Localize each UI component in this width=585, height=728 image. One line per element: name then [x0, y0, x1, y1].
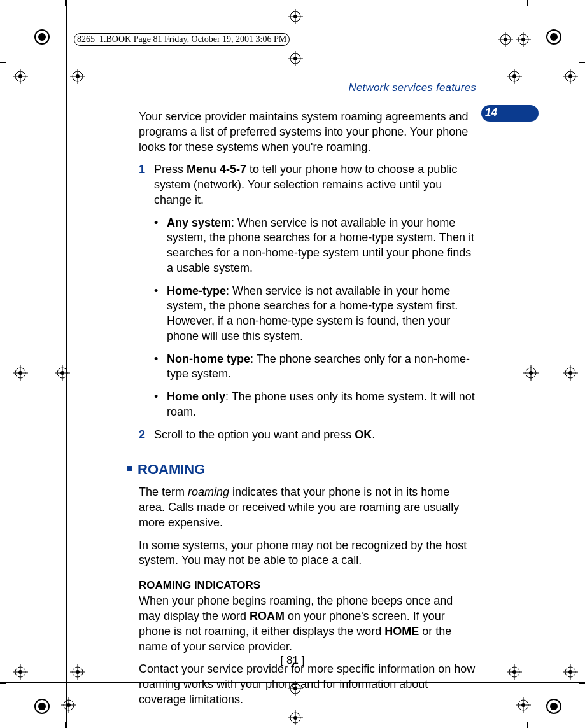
svg-point-5 [512, 74, 516, 78]
crop-tick [579, 683, 585, 684]
numbered-list: 1 Press Menu 4-5-7 to tell your phone ho… [139, 162, 476, 207]
home-word: HOME [384, 625, 419, 638]
crosshair-icon [288, 51, 303, 66]
option-label: Any system [167, 216, 231, 229]
crosshair-icon [507, 69, 522, 84]
crosshair-icon [288, 9, 303, 24]
roam-word: ROAM [250, 610, 285, 622]
numbered-list: 2 Scroll to the option you want and pres… [139, 428, 476, 443]
step-number: 1 [139, 162, 154, 207]
intro-paragraph: Your service provider maintains system r… [139, 109, 476, 155]
crop-tick [527, 0, 528, 6]
crop-tick [527, 722, 528, 728]
crosshair-icon [563, 69, 578, 84]
list-item: 1 Press Menu 4-5-7 to tell your phone ho… [139, 162, 476, 207]
list-item: • Home-type: When service is not availab… [154, 284, 476, 344]
text-run: The term [139, 486, 188, 498]
bullet-icon: • [154, 389, 167, 420]
step-number: 2 [139, 428, 154, 443]
crosshair-icon [498, 32, 513, 47]
crosshair-icon [61, 697, 76, 713]
chapter-number: 14 [485, 106, 497, 119]
subheading-roaming-indicators: ROAMING INDICATORS [139, 578, 476, 592]
bullet-icon: • [154, 216, 167, 276]
crop-tick [0, 683, 6, 684]
bullet-icon: • [154, 352, 167, 382]
svg-point-7 [568, 74, 572, 78]
option-text: Non-home type: The phone searches only f… [167, 352, 476, 382]
step-text: Scroll to the option you want and press … [154, 428, 375, 443]
crosshair-icon [563, 365, 578, 381]
options-list: • Any system: When service is not availa… [139, 216, 476, 420]
svg-point-39 [521, 38, 525, 41]
svg-point-13 [529, 371, 533, 375]
option-text: Home only: The phone uses only its home … [167, 389, 476, 420]
bullet-icon: • [154, 284, 167, 344]
indicators-paragraph-2: Contact your service provider for more s… [139, 662, 476, 707]
svg-point-35 [521, 703, 525, 707]
menu-key: Menu 4-5-7 [187, 163, 246, 176]
crop-tick [65, 722, 66, 728]
chapter-tab: 14 [481, 105, 539, 122]
option-label: Home only [167, 390, 225, 403]
crosshair-icon [516, 32, 531, 47]
page-content: Network services features Your service p… [139, 75, 476, 715]
svg-point-21 [512, 670, 516, 674]
step-text: Press Menu 4-5-7 to tell your phone how … [154, 162, 476, 207]
svg-point-3 [76, 74, 80, 78]
crop-tick [65, 0, 66, 6]
list-item: 2 Scroll to the option you want and pres… [139, 428, 476, 443]
svg-point-17 [18, 670, 22, 674]
list-item: • Any system: When service is not availa… [154, 216, 476, 276]
square-bullet-icon [127, 466, 132, 471]
registration-mark-icon [33, 28, 51, 46]
svg-point-25 [293, 15, 297, 18]
crop-tick [579, 62, 585, 63]
indicators-paragraph-1: When your phone begins roaming, the phon… [139, 594, 476, 654]
roaming-paragraph-2: In some systems, your phone may not be r… [139, 538, 476, 569]
svg-point-15 [568, 371, 572, 375]
text-run: . [372, 428, 375, 441]
option-label: Non-home type [167, 353, 250, 365]
registration-mark-icon [33, 697, 51, 715]
svg-point-9 [18, 371, 22, 375]
svg-point-33 [67, 703, 71, 707]
section-heading-roaming: ROAMING [127, 460, 476, 479]
option-text: Any system: When service is not availabl… [167, 216, 476, 276]
svg-point-27 [293, 57, 297, 60]
registration-mark-icon [545, 28, 563, 46]
ok-key: OK [355, 428, 372, 441]
crop-line-left [66, 0, 67, 728]
svg-point-31 [293, 716, 297, 720]
option-label: Home-type [167, 284, 226, 297]
crosshair-icon [55, 365, 70, 381]
term-roaming: roaming [188, 486, 229, 498]
crosshair-icon [523, 365, 539, 381]
svg-point-1 [18, 74, 22, 78]
svg-point-11 [60, 371, 64, 375]
registration-mark-icon [545, 697, 563, 715]
crosshair-icon [13, 69, 28, 84]
page-number: [ 81 ] [0, 654, 585, 667]
book-page-stamp: 8265_1.BOOK Page 81 Friday, October 19, … [74, 33, 290, 46]
list-item: • Home only: The phone uses only its hom… [154, 389, 476, 420]
option-text: Home-type: When service is not available… [167, 284, 476, 344]
crosshair-icon [70, 69, 85, 84]
crosshair-icon [13, 365, 28, 381]
svg-point-19 [76, 670, 80, 674]
svg-point-37 [504, 38, 507, 41]
list-item: • Non-home type: The phone searches only… [154, 352, 476, 382]
svg-point-23 [568, 670, 572, 674]
text-run: Scroll to the option you want and press [154, 428, 355, 441]
heading-text: ROAMING [137, 461, 205, 477]
roaming-paragraph-1: The term roaming indicates that your pho… [139, 485, 476, 530]
crop-tick [0, 62, 6, 63]
page-header-title: Network services features [139, 81, 476, 94]
crosshair-icon [516, 697, 531, 713]
text-run: Press [154, 163, 187, 176]
